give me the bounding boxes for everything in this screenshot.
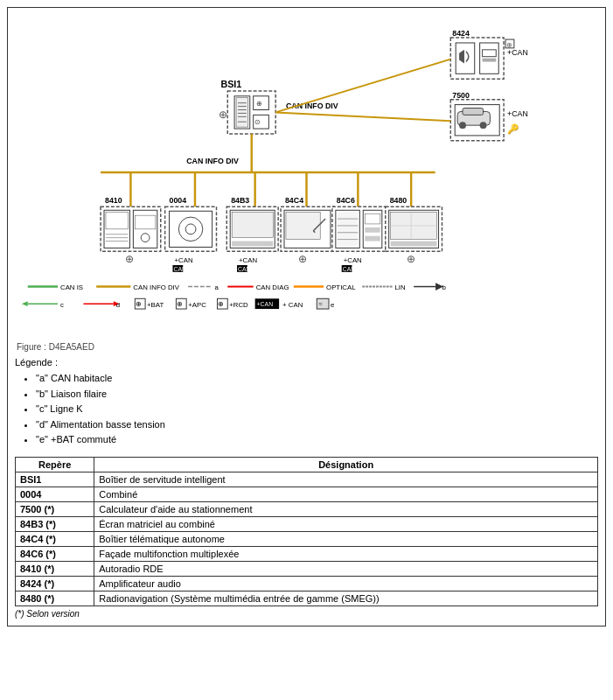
svg-rect-2 bbox=[236, 98, 248, 127]
legende-item-d: "d" Alimentation basse tension bbox=[36, 417, 598, 433]
table-footnote: (*) Selon version bbox=[15, 609, 598, 619]
svg-text:CAN IS: CAN IS bbox=[60, 284, 83, 291]
svg-text:OPTICAL: OPTICAL bbox=[326, 284, 356, 291]
svg-rect-67 bbox=[232, 212, 273, 237]
svg-point-31 bbox=[480, 122, 487, 129]
table-row: 84B3 (*)Écran matriciel au combiné bbox=[16, 516, 598, 531]
figure-label: Figure : D4EA5AED bbox=[17, 342, 598, 352]
table-row: 8410 (*)Autoradio RDE bbox=[16, 561, 598, 576]
svg-marker-119 bbox=[22, 301, 28, 306]
table-row: 0004Combiné bbox=[16, 486, 598, 501]
svg-text:e: e bbox=[331, 301, 334, 309]
svg-text:⊙: ⊙ bbox=[254, 118, 261, 126]
svg-text:LIN: LIN bbox=[395, 284, 407, 291]
svg-text:d: d bbox=[116, 301, 120, 309]
svg-text:⊕: ⊕ bbox=[219, 108, 227, 120]
table-cell-designation: Autoradio RDE bbox=[94, 561, 598, 576]
svg-text:7500: 7500 bbox=[452, 91, 470, 100]
svg-line-38 bbox=[275, 112, 450, 121]
svg-text:BSI1: BSI1 bbox=[220, 79, 241, 89]
svg-text:CAN INFO DIV: CAN INFO DIV bbox=[186, 157, 239, 165]
svg-text:CAN: CAN bbox=[343, 266, 356, 272]
svg-text:+CAN: +CAN bbox=[507, 48, 528, 57]
svg-text:⊕: ⊕ bbox=[136, 300, 142, 308]
table-row: 84C6 (*)Façade multifonction multiplexée bbox=[16, 546, 598, 561]
svg-text:CAN: CAN bbox=[173, 266, 186, 272]
svg-text:CAN INFO DIV: CAN INFO DIV bbox=[286, 102, 338, 110]
legende-section: Légende : "a" CAN habitacle "b" Liaison … bbox=[15, 357, 598, 448]
legende-item-c: "c" Ligne K bbox=[36, 402, 598, 417]
svg-text:a: a bbox=[215, 284, 219, 291]
svg-text:84B3: 84B3 bbox=[231, 196, 249, 205]
table-row: 84C4 (*)Boîtier télématique autonome bbox=[16, 531, 598, 546]
svg-text:CAN DIAG: CAN DIAG bbox=[256, 284, 289, 291]
legende-item-a: "a" CAN habitacle bbox=[36, 371, 598, 387]
svg-text:84C4: 84C4 bbox=[285, 196, 303, 205]
table-cell-designation: Calculateur d'aide au stationnement bbox=[94, 501, 598, 516]
main-container: ⊕ ⊙ BSI1 ⊕ CAN INFO DIV 842 bbox=[7, 7, 606, 626]
table-cell-repere: 8480 (*) bbox=[16, 591, 94, 606]
svg-text:CAN INFO DIV: CAN INFO DIV bbox=[133, 284, 179, 291]
table-cell-designation: Combiné bbox=[94, 486, 598, 501]
table-cell-repere: BSI1 bbox=[16, 472, 94, 486]
svg-rect-21 bbox=[483, 59, 497, 62]
table-cell-designation: Radionavigation (Système multimédia entr… bbox=[94, 591, 598, 606]
svg-rect-57 bbox=[165, 206, 217, 251]
svg-text:🔑: 🔑 bbox=[507, 123, 519, 135]
table-cell-designation: Amplificateur audio bbox=[94, 576, 598, 591]
svg-text:⊕: ⊕ bbox=[218, 300, 224, 308]
svg-text:+ CAN: + CAN bbox=[282, 301, 303, 309]
legende-list: "a" CAN habitacle "b" Liaison filaire "c… bbox=[15, 371, 598, 448]
svg-text:8480: 8480 bbox=[390, 196, 408, 205]
svg-text:⊕: ⊕ bbox=[177, 300, 183, 308]
svg-rect-91 bbox=[365, 236, 380, 242]
svg-text:⊕: ⊕ bbox=[298, 253, 307, 264]
table-cell-repere: 84C6 (*) bbox=[16, 546, 94, 561]
svg-text:+RCD: +RCD bbox=[229, 301, 248, 309]
legende-item-b: "b" Liaison filaire bbox=[36, 387, 598, 402]
svg-text:8424: 8424 bbox=[452, 29, 470, 38]
svg-rect-29 bbox=[463, 108, 484, 116]
svg-point-30 bbox=[459, 122, 466, 129]
svg-text:0004: 0004 bbox=[170, 196, 187, 205]
table-row: 8480 (*)Radionavigation (Système multimé… bbox=[16, 591, 598, 606]
diagram-area: ⊕ ⊙ BSI1 ⊕ CAN INFO DIV 842 bbox=[15, 15, 598, 339]
table-cell-designation: Boîtier de servitude intelligent bbox=[94, 472, 598, 486]
svg-text:+CAN: +CAN bbox=[174, 256, 192, 264]
svg-text:+CAN: +CAN bbox=[239, 256, 257, 264]
svg-text:⊕: ⊕ bbox=[256, 100, 262, 108]
svg-text:CAN: CAN bbox=[238, 266, 251, 272]
table-cell-designation: Façade multifonction multiplexée bbox=[94, 546, 598, 561]
table-row: 8424 (*)Amplificateur audio bbox=[16, 576, 598, 591]
table-cell-repere: 8424 (*) bbox=[16, 576, 94, 591]
svg-text:c: c bbox=[60, 301, 64, 309]
svg-rect-99 bbox=[391, 242, 437, 247]
table-row: 7500 (*)Calculateur d'aide au stationnem… bbox=[16, 501, 598, 516]
table-cell-designation: Écran matriciel au combiné bbox=[94, 516, 598, 531]
table-cell-repere: 7500 (*) bbox=[16, 501, 94, 516]
col-header-designation: Désignation bbox=[94, 457, 598, 472]
table-row: BSI1Boîtier de servitude intelligent bbox=[16, 472, 598, 486]
table-cell-repere: 84B3 (*) bbox=[16, 516, 94, 531]
svg-rect-68 bbox=[232, 242, 273, 247]
svg-text:⊕: ⊕ bbox=[125, 253, 134, 264]
table-cell-repere: 84C4 (*) bbox=[16, 531, 94, 546]
svg-text:+CAN: +CAN bbox=[507, 109, 528, 118]
svg-text:+CAN: +CAN bbox=[344, 256, 362, 264]
svg-line-37 bbox=[275, 60, 450, 113]
svg-text:b: b bbox=[442, 284, 446, 291]
col-header-repere: Repère bbox=[16, 457, 94, 472]
svg-text:⊕: ⊕ bbox=[407, 253, 415, 264]
svg-text:≈: ≈ bbox=[318, 300, 323, 308]
legende-item-e: "e" +BAT commuté bbox=[36, 432, 598, 448]
table-cell-designation: Boîtier télématique autonome bbox=[94, 531, 598, 546]
table-cell-repere: 8410 (*) bbox=[16, 561, 94, 576]
legende-title: Légende : bbox=[15, 357, 598, 368]
svg-rect-75 bbox=[286, 212, 320, 239]
svg-text:+BAT: +BAT bbox=[147, 301, 164, 309]
svg-text:8410: 8410 bbox=[105, 196, 122, 205]
svg-text:⊕: ⊕ bbox=[506, 41, 512, 49]
repere-table: Repère Désignation BSI1Boîtier de servit… bbox=[15, 457, 598, 606]
svg-rect-83 bbox=[338, 212, 359, 246]
svg-rect-90 bbox=[365, 228, 380, 233]
